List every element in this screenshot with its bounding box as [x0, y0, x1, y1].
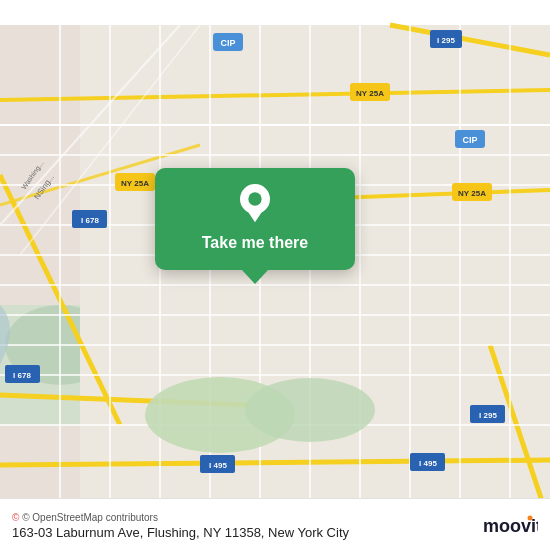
- svg-point-37: [245, 378, 375, 442]
- location-pin-icon: [235, 184, 275, 224]
- svg-text:I 678: I 678: [81, 216, 99, 225]
- svg-text:NY 25A: NY 25A: [121, 179, 149, 188]
- osm-icon: ©: [12, 512, 19, 523]
- take-me-there-card[interactable]: Take me there: [155, 168, 355, 270]
- take-me-there-button[interactable]: Take me there: [202, 234, 308, 252]
- svg-text:CIP: CIP: [462, 135, 477, 145]
- map-container: CIP I 295 I 678 NY 25A NY 25A CIP I 678 …: [0, 0, 550, 550]
- svg-rect-5: [80, 25, 550, 525]
- osm-text: © OpenStreetMap contributors: [22, 512, 158, 523]
- svg-text:I 678: I 678: [13, 371, 31, 380]
- address-text: 163-03 Laburnum Ave, Flushing, NY 11358,…: [12, 525, 349, 540]
- map-background: CIP I 295 I 678 NY 25A NY 25A CIP I 678 …: [0, 0, 550, 550]
- svg-text:I 495: I 495: [209, 461, 227, 470]
- svg-marker-68: [245, 207, 265, 222]
- moovit-icon: moovit: [483, 515, 538, 537]
- svg-text:CIP: CIP: [220, 38, 235, 48]
- svg-text:NY 25A: NY 25A: [458, 189, 486, 198]
- svg-text:I 295: I 295: [479, 411, 497, 420]
- osm-attribution: © © OpenStreetMap contributors: [12, 512, 349, 523]
- svg-text:I 295: I 295: [437, 36, 455, 45]
- svg-point-70: [528, 515, 533, 520]
- info-bar: © © OpenStreetMap contributors 163-03 La…: [0, 498, 550, 550]
- moovit-logo: moovit: [483, 515, 538, 537]
- svg-text:I 495: I 495: [419, 459, 437, 468]
- svg-point-67: [248, 192, 261, 205]
- svg-text:NY 25A: NY 25A: [356, 89, 384, 98]
- address-block: © © OpenStreetMap contributors 163-03 La…: [12, 512, 349, 540]
